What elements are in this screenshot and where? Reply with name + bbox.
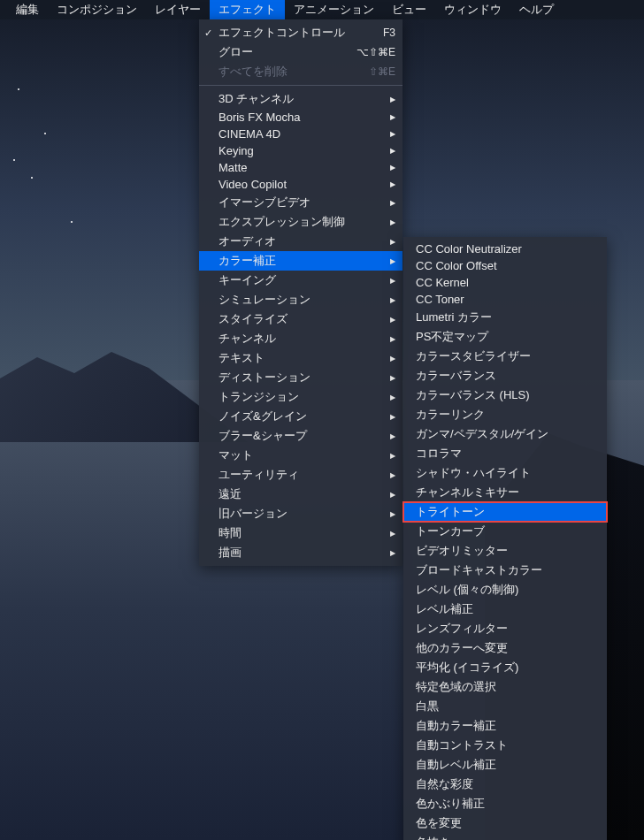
menu-item-keying2[interactable]: キーイング [199,271,402,290]
menu-item-label: ユーティリティ [218,467,299,483]
sub-item-leave-color[interactable]: 色抜き [403,833,607,840]
menu-item-label: トランジション [218,389,299,405]
menu-item-time[interactable]: 時間 [199,523,402,543]
menu-item-generate[interactable]: 描画 [199,543,402,562]
menu-item-label: Matte [218,161,248,174]
color-correction-submenu: CC Color Neutralizer CC Color Offset CC … [403,237,607,840]
menu-item-utility[interactable]: ユーティリティ [199,465,402,485]
menu-item-blur-sharpen[interactable]: ブラー&シャープ [199,426,402,446]
sub-item-auto-contrast[interactable]: 自動コントラスト [403,736,607,755]
menu-item-label: グロー [218,44,253,60]
menu-item-video-copilot[interactable]: Video Copilot [199,176,402,193]
menu-help[interactable]: ヘルプ [510,0,563,19]
menu-item-label: Boris FX Mocha [218,111,300,124]
menu-item-label: ノイズ&グレイン [218,409,307,424]
menu-item-remove-all: すべてを削除 ⇧⌘E [199,62,402,81]
menu-window[interactable]: ウィンドウ [435,0,510,19]
menu-item-color-correction[interactable]: カラー補正 [199,251,402,271]
sub-item-color-stabilizer[interactable]: カラースタビライザー [403,347,607,366]
sub-item-shadow-highlight[interactable]: シャドウ・ハイライト [403,463,607,483]
sub-item-cc-toner[interactable]: CC Toner [403,291,607,308]
sub-item-photo-filter[interactable]: レンズフィルター [403,619,607,638]
menu-item-label: Keying [218,144,254,157]
sub-item-levels-individual[interactable]: レベル (個々の制御) [403,580,607,599]
menu-item-channel[interactable]: チャンネル [199,329,402,348]
menu-separator [199,85,402,86]
sub-item-lumetri[interactable]: Lumetri カラー [403,308,607,327]
menu-item-label: 描画 [218,545,242,561]
menu-item-shortcut: F3 [365,27,395,39]
menu-item-label: Video Copilot [218,178,287,191]
sub-item-vibrance[interactable]: 自然な彩度 [403,775,607,794]
sub-item-black-white[interactable]: 白黒 [403,697,607,716]
menu-item-perspective[interactable]: 遠近 [199,485,402,504]
menu-effect[interactable]: エフェクト [210,0,285,19]
sub-item-color-balance[interactable]: カラーバランス [403,366,607,386]
menu-item-effect-controls[interactable]: ✓ エフェクトコントロール F3 [199,23,402,42]
menu-item-label: エクスプレッション制御 [218,214,345,230]
sub-item-gamma-pedestal-gain[interactable]: ガンマ/ペデスタル/ゲイン [403,424,607,444]
sub-item-tritone[interactable]: トライトーン [403,502,607,522]
sub-item-cc-color-neutralizer[interactable]: CC Color Neutralizer [403,241,607,257]
sub-item-auto-color[interactable]: 自動カラー補正 [403,716,607,736]
menu-item-matte2[interactable]: マット [199,446,402,465]
menu-item-distort[interactable]: ディストーション [199,368,402,387]
menu-view[interactable]: ビュー [383,0,435,19]
effect-menu-dropdown: ✓ エフェクトコントロール F3 グロー ⌥⇧⌘E すべてを削除 ⇧⌘E 3D … [199,19,402,566]
sub-item-auto-levels[interactable]: 自動レベル補正 [403,755,607,775]
check-icon: ✓ [204,27,212,39]
menu-item-label: カラー補正 [218,253,276,269]
menu-item-stylize[interactable]: スタイライズ [199,309,402,329]
menu-item-audio[interactable]: オーディオ [199,232,402,251]
sub-item-color-balance-hls[interactable]: カラーバランス (HLS) [403,386,607,405]
menu-item-label: キーイング [218,272,276,288]
menu-item-simulation[interactable]: シミュレーション [199,290,402,309]
menu-item-3d-channel[interactable]: 3D チャンネル [199,89,402,109]
menu-item-label: ディストーション [218,370,310,386]
menubar: 編集 コンポジション レイヤー エフェクト アニメーション ビュー ウィンドウ … [0,0,644,19]
menu-item-label: CINEMA 4D [218,127,280,141]
menu-item-boris-fx[interactable]: Boris FX Mocha [199,109,402,126]
menu-item-label: ブラー&シャープ [218,428,307,444]
sub-item-change-color[interactable]: 色を変更 [403,813,607,833]
sub-item-tint[interactable]: 色かぶり補正 [403,794,607,813]
menu-item-label: イマーシブビデオ [218,195,310,210]
menu-item-shortcut: ⇧⌘E [351,65,395,78]
sub-item-channel-mixer[interactable]: チャンネルミキサー [403,483,607,502]
menu-item-cinema4d[interactable]: CINEMA 4D [199,126,402,142]
sub-item-color-link[interactable]: カラーリンク [403,405,607,424]
menu-item-label: 旧バージョン [218,506,288,522]
sub-item-video-limiter[interactable]: ビデオリミッター [403,541,607,561]
menu-item-keying[interactable]: Keying [199,142,402,159]
menu-item-label: エフェクトコントロール [218,25,345,41]
sub-item-selective-color[interactable]: 特定色域の選択 [403,677,607,697]
menu-item-label: すべてを削除 [218,64,288,80]
menu-item-glow[interactable]: グロー ⌥⇧⌘E [199,42,402,62]
menu-item-label: チャンネル [218,331,276,347]
sub-item-equalize[interactable]: 平均化 (イコライズ) [403,658,607,677]
menu-composition[interactable]: コンポジション [48,0,146,19]
menu-item-label: シミュレーション [218,292,310,308]
menu-item-expression-controls[interactable]: エクスプレッション制御 [199,212,402,232]
sub-item-broadcast-colors[interactable]: ブロードキャストカラー [403,561,607,580]
menu-layer[interactable]: レイヤー [146,0,210,19]
menu-edit[interactable]: 編集 [7,0,48,19]
menu-item-shortcut: ⌥⇧⌘E [339,46,395,58]
menu-item-matte[interactable]: Matte [199,159,402,176]
menu-item-obsolete[interactable]: 旧バージョン [199,504,402,523]
menu-item-label: 時間 [218,525,242,541]
menu-item-transition[interactable]: トランジション [199,387,402,407]
menu-item-text[interactable]: テキスト [199,348,402,368]
sub-item-colorama[interactable]: コロラマ [403,444,607,463]
sub-item-cc-color-offset[interactable]: CC Color Offset [403,257,607,274]
menu-item-noise-grain[interactable]: ノイズ&グレイン [199,407,402,426]
menu-item-immersive-video[interactable]: イマーシブビデオ [199,193,402,212]
menu-item-label: 3D チャンネル [218,91,294,107]
sub-item-levels[interactable]: レベル補正 [403,599,607,619]
menu-animation[interactable]: アニメーション [285,0,383,19]
sub-item-curves[interactable]: トーンカーブ [403,522,607,541]
sub-item-ps-arbitrary-map[interactable]: PS不定マップ [403,327,607,347]
sub-item-cc-kernel[interactable]: CC Kernel [403,274,607,291]
menu-item-label: マット [218,447,253,463]
sub-item-change-to-color[interactable]: 他のカラーへ変更 [403,638,607,658]
